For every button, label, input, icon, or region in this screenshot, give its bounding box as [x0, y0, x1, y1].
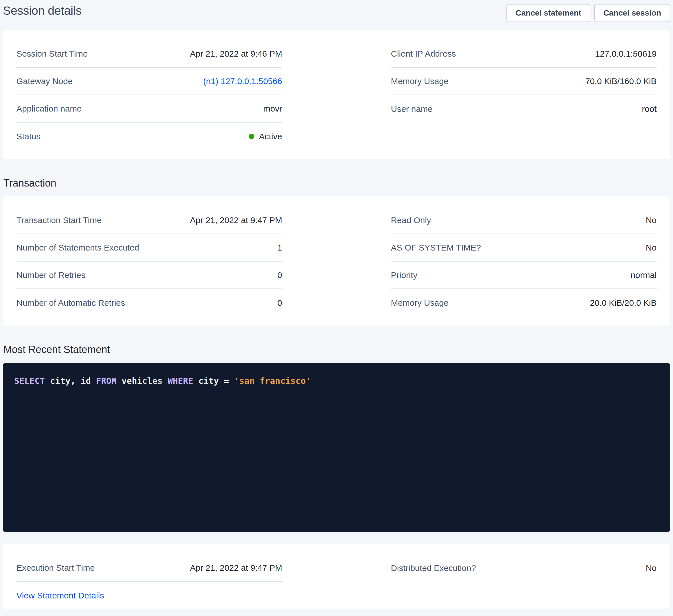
execution-card: Execution Start Time Apr 21, 2022 at 9:4…: [3, 544, 670, 609]
gateway-node-row: Gateway Node (n1) 127.0.0.1:50566: [16, 68, 282, 95]
most-recent-statement-heading: Most Recent Statement: [3, 344, 670, 356]
transaction-start-time-value: Apr 21, 2022 at 9:47 PM: [190, 216, 282, 225]
transaction-memory-usage-label: Memory Usage: [391, 298, 448, 308]
gateway-node-link[interactable]: (n1) 127.0.0.1:50566: [203, 76, 282, 86]
session-memory-usage-label: Memory Usage: [391, 76, 448, 86]
transaction-right-column: Read Only No AS OF SYSTEM TIME? No Prior…: [391, 207, 657, 316]
client-ip-value: 127.0.0.1:50619: [595, 49, 657, 59]
distributed-execution-label: Distributed Execution?: [391, 563, 476, 573]
cancel-statement-button[interactable]: Cancel statement: [506, 4, 590, 22]
distributed-execution-value: No: [646, 563, 657, 573]
read-only-value: No: [646, 216, 657, 225]
execution-left-column: Execution Start Time Apr 21, 2022 at 9:4…: [16, 554, 282, 609]
session-memory-usage-row: Memory Usage 70.0 KiB/160.0 KiB: [391, 68, 657, 95]
sql-keyword: SELECT: [14, 376, 45, 386]
transaction-memory-usage-value: 20.0 KiB/20.0 KiB: [590, 298, 657, 308]
sql-plain: city =: [193, 376, 234, 386]
page-header: Session details Cancel statement Cancel …: [0, 0, 673, 30]
transaction-card: Transaction Start Time Apr 21, 2022 at 9…: [3, 197, 670, 326]
view-statement-details-row: View Statement Details: [16, 582, 282, 609]
automatic-retries-label: Number of Automatic Retries: [16, 298, 125, 308]
sql-plain: vehicles: [117, 376, 168, 386]
priority-value: normal: [631, 270, 657, 280]
sql-statement-text: SELECT city, id FROM vehicles WHERE city…: [14, 375, 659, 386]
application-name-label: Application name: [16, 104, 81, 113]
user-name-row: User name root: [391, 95, 657, 122]
session-start-time-label: Session Start Time: [16, 49, 88, 59]
sql-string-literal: 'san francisco': [234, 376, 311, 386]
statements-executed-value: 1: [277, 243, 282, 253]
cancel-session-button[interactable]: Cancel session: [594, 4, 670, 22]
as-of-system-time-value: No: [646, 243, 657, 253]
automatic-retries-value: 0: [277, 298, 282, 308]
execution-start-time-row: Execution Start Time Apr 21, 2022 at 9:4…: [16, 554, 282, 582]
statements-executed-label: Number of Statements Executed: [16, 243, 139, 253]
distributed-execution-row: Distributed Execution? No: [391, 554, 657, 582]
execution-right-column: Distributed Execution? No: [391, 554, 657, 609]
retries-label: Number of Retries: [16, 270, 85, 280]
transaction-start-time-label: Transaction Start Time: [16, 216, 102, 225]
retries-row: Number of Retries 0: [16, 262, 282, 289]
execution-start-time-label: Execution Start Time: [16, 563, 95, 573]
session-start-time-row: Session Start Time Apr 21, 2022 at 9:46 …: [16, 40, 282, 68]
client-ip-label: Client IP Address: [391, 49, 456, 59]
gateway-node-label: Gateway Node: [16, 76, 72, 86]
status-active-dot-icon: [249, 133, 254, 139]
session-summary-right-column: Client IP Address 127.0.0.1:50619 Memory…: [391, 40, 657, 150]
user-name-value: root: [642, 104, 657, 114]
retries-value: 0: [277, 270, 282, 280]
transaction-memory-usage-row: Memory Usage 20.0 KiB/20.0 KiB: [391, 289, 657, 316]
sql-plain: city, id: [45, 376, 96, 386]
session-summary-card: Session Start Time Apr 21, 2022 at 9:46 …: [3, 30, 670, 159]
client-ip-row: Client IP Address 127.0.0.1:50619: [391, 40, 657, 68]
sql-statement-box: SELECT city, id FROM vehicles WHERE city…: [3, 363, 670, 532]
read-only-label: Read Only: [391, 216, 431, 225]
priority-row: Priority normal: [391, 262, 657, 289]
header-actions: Cancel statement Cancel session: [506, 4, 670, 22]
transaction-section-heading: Transaction: [3, 177, 670, 189]
page-title: Session details: [3, 4, 81, 18]
read-only-row: Read Only No: [391, 207, 657, 234]
session-summary-left-column: Session Start Time Apr 21, 2022 at 9:46 …: [16, 40, 282, 150]
priority-label: Priority: [391, 270, 417, 280]
session-memory-usage-value: 70.0 KiB/160.0 KiB: [585, 76, 657, 86]
sql-keyword: FROM: [96, 376, 117, 386]
transaction-start-time-row: Transaction Start Time Apr 21, 2022 at 9…: [16, 207, 282, 234]
application-name-row: Application name movr: [16, 95, 282, 122]
automatic-retries-row: Number of Automatic Retries 0: [16, 289, 282, 316]
status-value: Active: [259, 131, 282, 141]
statements-executed-row: Number of Statements Executed 1: [16, 234, 282, 262]
status-label: Status: [16, 131, 40, 141]
transaction-left-column: Transaction Start Time Apr 21, 2022 at 9…: [16, 207, 282, 316]
status-row: Status Active: [16, 122, 282, 150]
application-name-value: movr: [263, 104, 282, 113]
execution-start-time-value: Apr 21, 2022 at 9:47 PM: [190, 563, 282, 573]
session-start-time-value: Apr 21, 2022 at 9:46 PM: [190, 49, 282, 59]
status-badge: Active: [249, 131, 282, 141]
as-of-system-time-label: AS OF SYSTEM TIME?: [391, 243, 481, 253]
sql-keyword: WHERE: [168, 376, 193, 386]
user-name-label: User name: [391, 104, 433, 114]
view-statement-details-link[interactable]: View Statement Details: [16, 591, 104, 600]
as-of-system-time-row: AS OF SYSTEM TIME? No: [391, 234, 657, 262]
